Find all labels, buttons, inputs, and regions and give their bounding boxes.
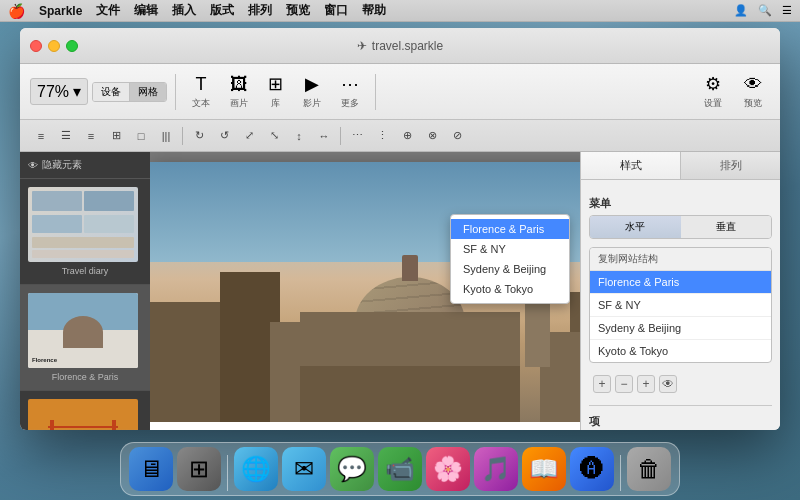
- view-device[interactable]: 设备: [93, 83, 130, 101]
- nav-list-item-0[interactable]: Florence & Paris: [590, 271, 771, 294]
- preview-label: 预览: [744, 97, 762, 110]
- fmt-distribute-h[interactable]: ⋯: [346, 125, 368, 147]
- right-panel: 样式 排列 菜单 水平 垂直 复制网站结构 Florence & Paris S…: [580, 152, 780, 430]
- dock-books[interactable]: 📖: [522, 447, 566, 491]
- settings-icon: ⚙: [705, 73, 721, 95]
- toolbar-separator-1: [175, 74, 176, 110]
- fmt-rotate-cw[interactable]: ↻: [188, 125, 210, 147]
- tool-settings[interactable]: ⚙ 设置: [696, 69, 730, 114]
- fmt-flip-h[interactable]: ↔: [313, 125, 335, 147]
- dropdown-item-florence-paris[interactable]: Florence & Paris: [451, 219, 569, 239]
- rp-section-item: 项: [589, 414, 772, 429]
- dock-messages[interactable]: 💬: [330, 447, 374, 491]
- tool-more[interactable]: ⋯ 更多: [333, 69, 367, 114]
- page-label-travel-diary: Travel diary: [28, 266, 142, 276]
- nav-list-item-2[interactable]: Sydeny & Beijing: [590, 317, 771, 340]
- close-button[interactable]: [30, 40, 42, 52]
- dock-mail[interactable]: ✉: [282, 447, 326, 491]
- menu-bar: 🍎 Sparkle 文件 编辑 插入 版式 排列 预览 窗口 帮助 👤 🔍 ☰: [0, 0, 800, 22]
- orientation-horizontal[interactable]: 水平: [590, 216, 681, 238]
- tool-video[interactable]: ▶ 影片: [295, 69, 329, 114]
- dropdown-item-kyoto-tokyo[interactable]: Kyoto & Tokyo: [451, 279, 569, 299]
- tool-images[interactable]: 🖼 画片: [222, 70, 256, 114]
- cathedral-nave: [300, 312, 520, 367]
- menu-insert[interactable]: 插入: [172, 2, 196, 19]
- menu-icon[interactable]: ☰: [782, 4, 792, 17]
- page-thumb-florence-paris[interactable]: Florence Florence & Paris: [20, 285, 150, 391]
- tab-style[interactable]: 样式: [581, 152, 681, 179]
- fmt-subtract[interactable]: ⊗: [421, 125, 443, 147]
- window-title-icon: ✈: [357, 39, 367, 53]
- orientation-vertical[interactable]: 垂直: [681, 216, 772, 238]
- page-thumb-travel-diary[interactable]: Travel diary: [20, 179, 150, 285]
- dropdown-item-sydney-beijing[interactable]: Sydeny & Beijing: [451, 259, 569, 279]
- dock-launchpad[interactable]: ⊞: [177, 447, 221, 491]
- page-title: Florence: [150, 422, 580, 430]
- fmt-rotate-ccw[interactable]: ↺: [213, 125, 235, 147]
- menu-help[interactable]: 帮助: [362, 2, 386, 19]
- menu-preview[interactable]: 预览: [286, 2, 310, 19]
- fmt-sep-1: [182, 127, 183, 145]
- menu-bar-right: 👤 🔍 ☰: [734, 4, 792, 17]
- tool-text[interactable]: T 文本: [184, 70, 218, 114]
- page-label-florence-paris: Florence & Paris: [28, 372, 142, 382]
- fmt-add[interactable]: ⊕: [396, 125, 418, 147]
- zoom-value: 77%: [37, 83, 69, 101]
- text-icon: T: [196, 74, 207, 95]
- menu-file[interactable]: 文件: [96, 2, 120, 19]
- page-thumb-img-florence-paris: Florence: [28, 293, 138, 368]
- tool-gallery[interactable]: ⊞ 库: [260, 69, 291, 114]
- menu-format[interactable]: 版式: [210, 2, 234, 19]
- foreground: [300, 366, 520, 422]
- search-icon[interactable]: 🔍: [758, 4, 772, 17]
- dropdown-item-sf-ny[interactable]: SF & NY: [451, 239, 569, 259]
- apple-menu[interactable]: 🍎: [8, 3, 25, 19]
- dock-facetime[interactable]: 📹: [378, 447, 422, 491]
- fmt-shrink[interactable]: ⤡: [263, 125, 285, 147]
- preview-icon: 👁: [744, 74, 762, 95]
- nav-eye-button[interactable]: 👁: [659, 375, 677, 393]
- fmt-distribute-v[interactable]: ⋮: [371, 125, 393, 147]
- fmt-expand[interactable]: ⤢: [238, 125, 260, 147]
- dock-appstore[interactable]: 🅐: [570, 447, 614, 491]
- video-icon: ▶: [305, 73, 319, 95]
- dock-trash[interactable]: 🗑: [627, 447, 671, 491]
- tool-preview[interactable]: 👁 预览: [736, 70, 770, 114]
- tab-arrange[interactable]: 排列: [681, 152, 780, 179]
- fmt-flip-v[interactable]: ↕: [288, 125, 310, 147]
- nav-list-container: 复制网站结构 Florence & Paris SF & NY Sydeny &…: [589, 247, 772, 363]
- right-panel-body: 菜单 水平 垂直 复制网站结构 Florence & Paris SF & NY…: [581, 180, 780, 430]
- main-content: 👁 隐藏元素: [20, 152, 780, 430]
- menu-arrange[interactable]: 排列: [248, 2, 272, 19]
- dock-itunes[interactable]: 🎵: [474, 447, 518, 491]
- nav-list-item-3[interactable]: Kyoto & Tokyo: [590, 340, 771, 362]
- fmt-box[interactable]: □: [130, 125, 152, 147]
- nav-add-2-button[interactable]: +: [637, 375, 655, 393]
- menu-edit[interactable]: 编辑: [134, 2, 158, 19]
- menu-window[interactable]: 窗口: [324, 2, 348, 19]
- nav-add-button[interactable]: +: [593, 375, 611, 393]
- fmt-align-left[interactable]: ≡: [30, 125, 52, 147]
- dock-photos[interactable]: 🌸: [426, 447, 470, 491]
- dock-finder[interactable]: 🖥: [129, 447, 173, 491]
- images-label: 画片: [230, 97, 248, 110]
- maximize-button[interactable]: [66, 40, 78, 52]
- nav-list-item-1[interactable]: SF & NY: [590, 294, 771, 317]
- page-thumb-sf-ny[interactable]: SF & NY: [20, 391, 150, 430]
- minimize-button[interactable]: [48, 40, 60, 52]
- app-name[interactable]: Sparkle: [39, 4, 82, 18]
- app-window: ✈ travel.sparkle 77% ▾ 设备 网格 T 文本 🖼 画片 ⊞…: [20, 28, 780, 430]
- window-title: ✈ travel.sparkle: [357, 39, 443, 53]
- fmt-intersect[interactable]: ⊘: [446, 125, 468, 147]
- dock-safari[interactable]: 🌐: [234, 447, 278, 491]
- view-grid[interactable]: 网格: [130, 83, 166, 101]
- canvas-area[interactable]: Florence Here's to the crazy ones. The m…: [150, 152, 580, 430]
- settings-label: 设置: [704, 97, 722, 110]
- zoom-control[interactable]: 77% ▾: [30, 78, 88, 105]
- app-toolbar: 77% ▾ 设备 网格 T 文本 🖼 画片 ⊞ 库 ▶ 影片 ⋯ 更多: [20, 64, 780, 120]
- nav-remove-button[interactable]: −: [615, 375, 633, 393]
- fmt-col[interactable]: |||: [155, 125, 177, 147]
- fmt-align-center[interactable]: ☰: [55, 125, 77, 147]
- fmt-align-right[interactable]: ≡: [80, 125, 102, 147]
- fmt-grid[interactable]: ⊞: [105, 125, 127, 147]
